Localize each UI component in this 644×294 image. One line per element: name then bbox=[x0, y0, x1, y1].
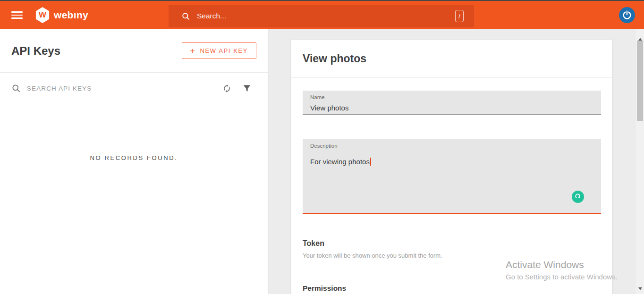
slash-shortcut-hint: / bbox=[455, 10, 464, 22]
api-keys-list-panel: API Keys + NEW API KEY NO RECORDS FOUND. bbox=[0, 29, 268, 294]
name-field-label: Name bbox=[310, 94, 325, 100]
refresh-icon bbox=[222, 84, 232, 93]
scrollbar-thumb[interactable] bbox=[637, 41, 643, 121]
app-header: W webıny / bbox=[0, 1, 644, 29]
api-keys-search-row bbox=[0, 73, 268, 104]
power-extension-icon[interactable] bbox=[619, 7, 635, 23]
webiny-wordmark: webıny bbox=[54, 9, 88, 21]
description-value: For viewing photos bbox=[310, 158, 371, 166]
webiny-logo-letter: W bbox=[39, 10, 46, 20]
vertical-scrollbar[interactable] bbox=[636, 29, 644, 294]
permissions-heading: Permissions bbox=[303, 284, 601, 293]
token-helper-text: Your token will be shown once you submit… bbox=[303, 252, 601, 259]
name-input[interactable] bbox=[303, 91, 601, 114]
description-field[interactable]: Description For viewing photos bbox=[303, 139, 601, 214]
scrollbar-down-arrow[interactable] bbox=[638, 287, 642, 290]
global-search-input[interactable] bbox=[197, 12, 455, 20]
form-card-body: Name Description For viewing photos Toke… bbox=[291, 91, 612, 293]
page-title: API Keys bbox=[11, 44, 60, 58]
grammarly-icon[interactable] bbox=[572, 191, 584, 203]
form-card-header: View photos bbox=[291, 40, 612, 78]
name-field[interactable]: Name bbox=[303, 91, 601, 115]
token-heading: Token bbox=[303, 239, 601, 248]
new-api-key-button-label: NEW API KEY bbox=[200, 47, 248, 54]
api-key-form-card: View photos Name Description For viewing… bbox=[291, 40, 612, 294]
description-field-label: Description bbox=[310, 143, 338, 149]
form-title: View photos bbox=[303, 52, 366, 65]
hamburger-menu-icon[interactable] bbox=[11, 11, 23, 19]
api-keys-search-input[interactable] bbox=[27, 85, 220, 92]
filter-icon bbox=[242, 84, 252, 93]
webiny-logo-icon[interactable]: W bbox=[35, 7, 50, 23]
sidebar-header: API Keys + NEW API KEY bbox=[0, 29, 268, 73]
empty-state-message: NO RECORDS FOUND. bbox=[0, 154, 268, 161]
filter-button[interactable] bbox=[240, 82, 254, 95]
text-cursor bbox=[370, 158, 371, 166]
global-search-bar[interactable]: / bbox=[169, 5, 474, 27]
refresh-button[interactable] bbox=[220, 82, 234, 95]
search-icon bbox=[11, 84, 21, 93]
new-api-key-button[interactable]: + NEW API KEY bbox=[182, 42, 256, 59]
search-icon bbox=[181, 12, 190, 21]
plus-icon: + bbox=[190, 46, 195, 56]
window-top-border bbox=[0, 0, 644, 1]
